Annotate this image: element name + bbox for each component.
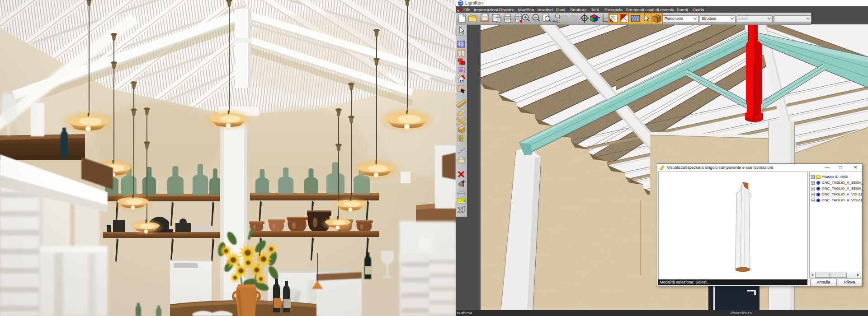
svg-text:A-Ω: A-Ω xyxy=(552,19,560,23)
svg-text:1.0: 1.0 xyxy=(459,189,464,193)
svg-text:123: 123 xyxy=(458,199,465,203)
